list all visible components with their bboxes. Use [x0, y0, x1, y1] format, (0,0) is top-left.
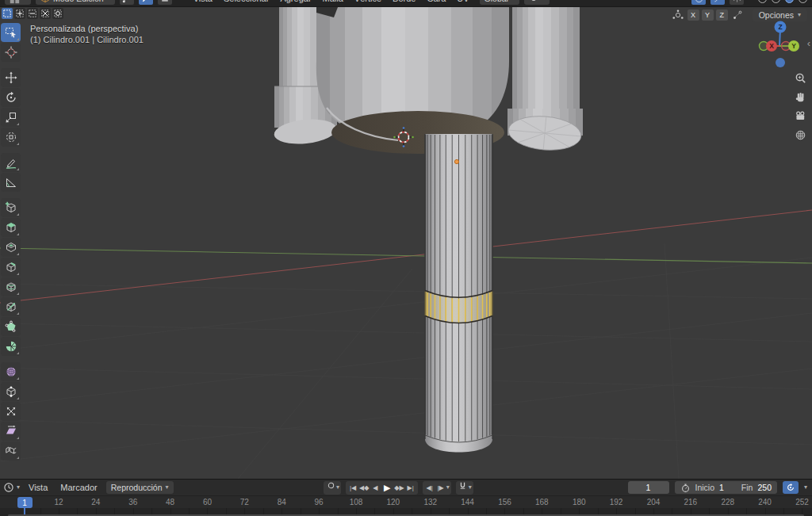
shear-tool-button[interactable]: [1, 422, 21, 441]
edge-slide-tool-button[interactable]: [1, 382, 21, 401]
menu-vértice[interactable]: Vértice: [354, 0, 381, 3]
auto-keyframe-toggle[interactable]: [325, 481, 336, 495]
navigation-gizmo[interactable]: Z X Y: [749, 19, 812, 71]
proportional-falloff-icon[interactable]: [730, 8, 745, 22]
prev-frame-button[interactable]: ◀|: [424, 481, 435, 495]
playhead-badge[interactable]: 1: [17, 497, 33, 508]
mode-dropdown[interactable]: Modo Edición ▾: [36, 0, 115, 5]
track-gridline: [170, 508, 171, 514]
falloff-dropdown[interactable]: [710, 0, 725, 5]
next-keyframe-button[interactable]: ◆▶: [393, 481, 404, 495]
playhead-line[interactable]: [24, 508, 25, 514]
start-frame-field[interactable]: 1: [719, 483, 724, 492]
shading-wireframe-button[interactable]: [758, 0, 767, 3]
inset-faces-tool-button[interactable]: [1, 238, 21, 257]
orientation-dropdown[interactable]: Global ▾: [480, 0, 519, 5]
timeline-tracks[interactable]: [0, 508, 812, 514]
extrude-region-tool-button[interactable]: [1, 218, 21, 237]
rotate-tool-button[interactable]: [1, 88, 21, 107]
ruler-tick-228: 228: [721, 498, 734, 506]
select-set-icon[interactable]: [2, 8, 13, 19]
proportional-edit-toggle[interactable]: [691, 0, 706, 5]
menu-agregar[interactable]: Agregar: [280, 0, 311, 3]
smooth-tool-button[interactable]: [1, 362, 21, 381]
menu-malla[interactable]: Malla: [323, 0, 343, 3]
rocket-body-object[interactable]: [273, 7, 583, 154]
track-gridline: [802, 508, 802, 514]
next-frame-button[interactable]: |▶: [435, 481, 446, 495]
axis-z-button[interactable]: Z: [716, 10, 728, 21]
track-gridline: [598, 508, 599, 514]
play-button[interactable]: ▶: [381, 481, 393, 495]
spin-tool-button[interactable]: [1, 337, 21, 356]
transform-tool-button[interactable]: [1, 128, 21, 147]
editor-type-button[interactable]: ▾: [5, 0, 31, 5]
menu-marcador[interactable]: Marcador: [60, 483, 97, 492]
cylinder-mesh[interactable]: [425, 134, 492, 453]
prev-keyframe-button[interactable]: ◀◆: [358, 481, 370, 495]
jump-to-end-button[interactable]: ▶|: [405, 481, 416, 495]
knife-tool-button[interactable]: [1, 297, 21, 316]
measure-tool-button[interactable]: [1, 173, 21, 192]
ortho-toggle-icon[interactable]: [793, 128, 807, 142]
gizmo-minus-z[interactable]: [776, 58, 785, 67]
chevron-down-icon[interactable]: ▾: [804, 484, 807, 491]
menu-vista[interactable]: Vista: [193, 0, 213, 3]
menu-reproduccion[interactable]: Reproducción ▾: [106, 481, 174, 494]
zoom-icon[interactable]: [793, 71, 807, 85]
timeline-ruler[interactable]: 1 12243648607284961081201321441561681801…: [0, 495, 812, 508]
shading-solid-button[interactable]: [772, 0, 780, 3]
current-frame-field[interactable]: 1: [628, 481, 669, 494]
select-subtract-icon[interactable]: [27, 8, 38, 19]
move-tool-button[interactable]: [1, 68, 21, 87]
play-reverse-button[interactable]: ◀: [370, 481, 381, 495]
select-intersect-icon[interactable]: [52, 8, 63, 19]
chevron-down-icon[interactable]: ▾: [446, 484, 450, 491]
face-select-button[interactable]: [158, 0, 172, 5]
ruler-tick-120: 120: [387, 498, 400, 506]
end-frame-field[interactable]: 250: [757, 483, 772, 492]
annotate-tool-button[interactable]: [1, 153, 21, 172]
snap-magnet-icon[interactable]: [458, 481, 469, 495]
ruler-tick-252: 252: [795, 498, 809, 506]
axis-y-button[interactable]: Y: [702, 10, 714, 21]
menu-cara[interactable]: Cara: [427, 0, 446, 3]
viewport-3d[interactable]: Personalizada (perspectiva) (1) Cilindro…: [0, 7, 812, 479]
add-cube-tool-button[interactable]: [1, 198, 21, 217]
track-gridline: [616, 508, 617, 514]
select-invert-icon[interactable]: [40, 8, 51, 19]
vertex-select-button[interactable]: [120, 0, 134, 5]
scene-canvas[interactable]: [0, 7, 812, 479]
mirror-toggle[interactable]: [730, 0, 744, 5]
gizmo-settings-icon[interactable]: [671, 8, 685, 22]
pan-icon[interactable]: [793, 90, 807, 104]
axis-x-button[interactable]: X: [688, 10, 699, 21]
rip-region-tool-button[interactable]: [1, 441, 21, 461]
jump-to-start-button[interactable]: |◀: [347, 481, 358, 495]
edge-select-button[interactable]: [139, 0, 153, 5]
menu-borde[interactable]: Borde: [393, 0, 416, 3]
playback-sync-button[interactable]: [783, 481, 799, 494]
scale-tool-button[interactable]: [1, 108, 21, 127]
menu-seleccionar[interactable]: Seleccionar: [224, 0, 269, 3]
bevel-tool-button[interactable]: [1, 258, 21, 277]
select-box-tool-button[interactable]: [1, 23, 21, 42]
chevron-down-icon[interactable]: ▾: [336, 484, 339, 491]
loop-cut-tool-button[interactable]: [1, 277, 21, 296]
menu-uv[interactable]: UV: [457, 0, 469, 3]
menu-vista-timeline[interactable]: Vista: [29, 483, 48, 492]
chevron-down-icon[interactable]: ▾: [469, 484, 472, 491]
cursor-tool-button[interactable]: [1, 43, 21, 62]
track-gridline: [189, 508, 190, 514]
shading-material-button[interactable]: [785, 0, 794, 3]
poly-build-tool-button[interactable]: [1, 317, 21, 336]
snap-group: ▾: [456, 481, 473, 495]
select-extend-icon[interactable]: [14, 8, 25, 19]
camera-view-icon[interactable]: [793, 109, 807, 123]
collapse-gizmo-arrow[interactable]: ‹: [807, 37, 810, 49]
timeline-editor-type-button[interactable]: ▾: [3, 482, 20, 493]
track-gridline: [356, 508, 357, 514]
snapping-button[interactable]: ▾: [524, 0, 550, 5]
shading-rendered-button[interactable]: [799, 0, 807, 3]
shrink-fatten-tool-button[interactable]: [1, 402, 21, 421]
